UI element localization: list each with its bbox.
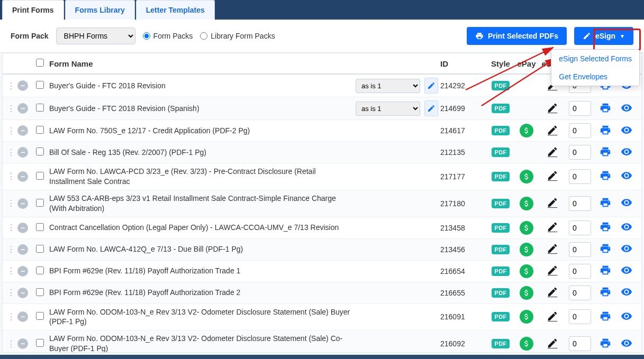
copies-input[interactable]	[569, 101, 591, 116]
epay-icon[interactable]	[520, 264, 533, 278]
remove-button[interactable]: −	[17, 198, 28, 209]
epay-icon[interactable]	[520, 197, 533, 210]
print-row-icon[interactable]	[600, 107, 611, 115]
print-row-icon[interactable]	[600, 226, 611, 234]
select-all-checkbox[interactable]	[36, 59, 44, 67]
print-selected-button[interactable]: Print Selected PDFs	[467, 27, 567, 45]
row-checkbox[interactable]	[36, 126, 44, 134]
esign-icon[interactable]	[547, 269, 558, 278]
form-pack-select[interactable]: BHPH Forms	[56, 27, 135, 44]
view-row-icon[interactable]	[621, 342, 632, 351]
row-checkbox[interactable]	[36, 148, 44, 155]
esign-icon[interactable]	[547, 151, 558, 159]
copies-input[interactable]	[569, 242, 591, 257]
epay-icon[interactable]	[520, 286, 533, 300]
remove-button[interactable]: −	[17, 288, 28, 298]
esign-icon[interactable]	[547, 247, 558, 256]
view-row-icon[interactable]	[621, 291, 632, 299]
esign-icon[interactable]	[547, 174, 558, 183]
copies-input[interactable]	[569, 286, 591, 300]
row-checkbox[interactable]	[36, 172, 44, 180]
epay-icon[interactable]	[520, 124, 533, 137]
radio-form-packs[interactable]: Form Packs	[143, 32, 193, 40]
edit-icon[interactable]	[424, 100, 438, 116]
drag-handle-icon[interactable]: ⋮	[7, 312, 15, 321]
row-checkbox[interactable]	[36, 199, 44, 207]
drag-handle-icon[interactable]: ⋮	[7, 223, 15, 232]
print-row-icon[interactable]	[600, 151, 611, 159]
drag-handle-icon[interactable]: ⋮	[7, 339, 15, 348]
drag-handle-icon[interactable]: ⋮	[7, 126, 15, 135]
print-row-icon[interactable]	[600, 342, 611, 351]
view-row-icon[interactable]	[621, 107, 632, 115]
view-row-icon[interactable]	[621, 129, 632, 137]
print-row-icon[interactable]	[600, 315, 611, 324]
copies-input[interactable]	[569, 145, 591, 160]
print-row-icon[interactable]	[600, 129, 611, 137]
view-row-icon[interactable]	[621, 226, 632, 234]
epay-icon[interactable]	[520, 243, 533, 256]
header-style[interactable]: Style	[488, 59, 513, 68]
esign-icon[interactable]	[547, 107, 558, 115]
header-id[interactable]: ID	[440, 59, 488, 68]
remove-button[interactable]: −	[17, 266, 28, 277]
remove-button[interactable]: −	[17, 244, 28, 255]
as-is-select[interactable]: as is 1	[356, 102, 420, 116]
tab-print-forms[interactable]: Print Forms	[2, 0, 64, 20]
drag-handle-icon[interactable]: ⋮	[7, 245, 15, 254]
esign-icon[interactable]	[547, 291, 558, 299]
view-row-icon[interactable]	[621, 174, 632, 183]
copies-input[interactable]	[569, 309, 591, 324]
remove-button[interactable]: −	[17, 147, 28, 158]
remove-button[interactable]: −	[17, 125, 28, 136]
print-row-icon[interactable]	[600, 174, 611, 183]
epay-icon[interactable]	[520, 310, 533, 324]
row-checkbox[interactable]	[36, 288, 44, 296]
header-epay[interactable]: ePay	[513, 59, 540, 68]
row-checkbox[interactable]	[36, 266, 44, 274]
esign-icon[interactable]	[547, 315, 558, 324]
row-checkbox[interactable]	[36, 245, 44, 253]
esign-icon[interactable]	[547, 342, 558, 351]
view-row-icon[interactable]	[621, 315, 632, 324]
row-checkbox[interactable]	[36, 339, 44, 347]
drag-handle-icon[interactable]: ⋮	[7, 266, 15, 275]
copies-input[interactable]	[569, 169, 591, 184]
row-checkbox[interactable]	[36, 312, 44, 320]
view-row-icon[interactable]	[621, 201, 632, 210]
epay-icon[interactable]	[520, 337, 533, 351]
remove-button[interactable]: −	[17, 103, 28, 114]
remove-button[interactable]: −	[17, 80, 28, 91]
edit-icon[interactable]	[424, 78, 438, 94]
esign-icon[interactable]	[547, 201, 558, 210]
row-checkbox[interactable]	[36, 223, 44, 231]
radio-library-form-packs[interactable]: Library Form Packs	[200, 32, 275, 40]
dropdown-esign-selected[interactable]: eSign Selected Forms	[551, 50, 639, 68]
print-row-icon[interactable]	[600, 201, 611, 210]
view-row-icon[interactable]	[621, 151, 632, 159]
copies-input[interactable]	[569, 220, 591, 235]
drag-handle-icon[interactable]: ⋮	[7, 172, 15, 181]
esign-button[interactable]: eSign ▼	[574, 27, 633, 45]
print-row-icon[interactable]	[600, 247, 611, 256]
remove-button[interactable]: −	[17, 223, 28, 233]
drag-handle-icon[interactable]: ⋮	[7, 148, 15, 157]
remove-button[interactable]: −	[17, 338, 28, 349]
as-is-select[interactable]: as is 1	[356, 79, 420, 93]
header-form-name[interactable]: Form Name	[46, 59, 356, 68]
drag-handle-icon[interactable]: ⋮	[7, 199, 15, 208]
dropdown-get-envelopes[interactable]: Get Envelopes	[551, 68, 639, 86]
drag-handle-icon[interactable]: ⋮	[7, 288, 15, 297]
drag-handle-icon[interactable]: ⋮	[7, 104, 15, 113]
copies-input[interactable]	[569, 264, 591, 279]
esign-icon[interactable]	[547, 226, 558, 234]
epay-icon[interactable]	[520, 170, 533, 183]
view-row-icon[interactable]	[621, 269, 632, 278]
view-row-icon[interactable]	[621, 247, 632, 256]
row-checkbox[interactable]	[36, 104, 44, 112]
remove-button[interactable]: −	[17, 171, 28, 182]
tab-letter-templates[interactable]: Letter Templates	[136, 0, 215, 20]
row-checkbox[interactable]	[36, 81, 44, 89]
copies-input[interactable]	[569, 196, 591, 211]
copies-input[interactable]	[569, 123, 591, 138]
